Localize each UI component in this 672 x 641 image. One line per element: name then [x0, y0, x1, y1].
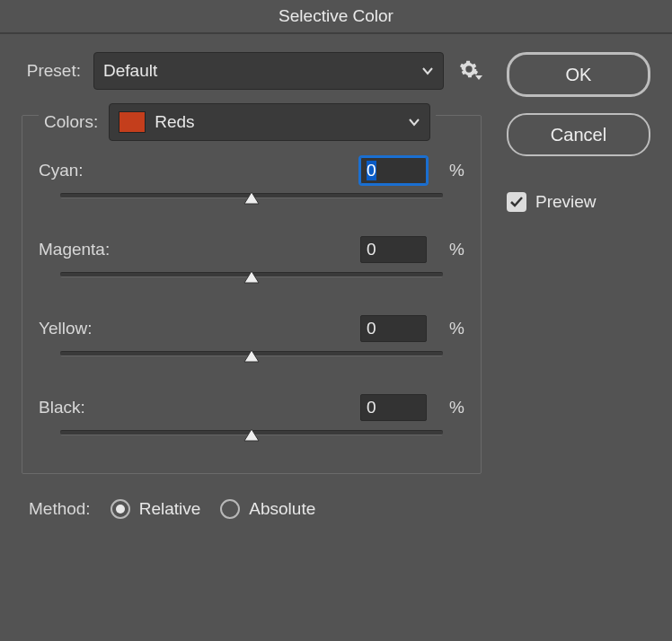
- colors-label: Colors:: [44, 112, 98, 132]
- dialog-body: Preset: Default Colors:: [0, 34, 672, 537]
- slider-thumb-icon[interactable]: [243, 270, 260, 286]
- method-relative-radio[interactable]: Relative: [111, 499, 201, 519]
- preview-label: Preview: [535, 192, 597, 212]
- method-absolute-radio[interactable]: Absolute: [220, 499, 315, 519]
- yellow-input[interactable]: [360, 315, 427, 342]
- preset-value: Default: [103, 61, 157, 81]
- cancel-button[interactable]: Cancel: [507, 113, 650, 156]
- magenta-input[interactable]: [360, 236, 427, 263]
- magenta-slider-block: Magenta: %: [39, 236, 464, 292]
- preset-row: Preset: Default: [22, 52, 482, 90]
- yellow-unit: %: [439, 319, 464, 338]
- colors-select[interactable]: Reds: [109, 103, 430, 141]
- cyan-unit: %: [439, 161, 464, 180]
- magenta-label: Magenta:: [39, 240, 360, 259]
- magenta-unit: %: [439, 240, 464, 259]
- black-input[interactable]: [360, 394, 427, 421]
- color-swatch: [119, 111, 146, 133]
- colors-legend: Colors: Reds: [39, 103, 436, 141]
- preset-select[interactable]: Default: [93, 52, 444, 90]
- cyan-input[interactable]: [360, 157, 427, 184]
- chevron-down-icon: [421, 65, 434, 77]
- radio-icon: [220, 499, 240, 519]
- colors-value: Reds: [155, 112, 194, 132]
- preset-options-button[interactable]: [456, 58, 482, 83]
- menu-indicator-icon: [475, 66, 483, 85]
- method-absolute-label: Absolute: [249, 499, 315, 519]
- left-column: Preset: Default Colors:: [22, 52, 482, 519]
- black-slider[interactable]: [39, 430, 464, 450]
- slider-thumb-icon[interactable]: [243, 191, 260, 207]
- magenta-slider[interactable]: [39, 272, 464, 292]
- chevron-down-icon: [408, 116, 420, 128]
- black-slider-block: Black: %: [39, 394, 464, 450]
- method-label: Method:: [29, 499, 91, 519]
- preview-checkbox-row[interactable]: Preview: [507, 192, 650, 212]
- method-relative-label: Relative: [139, 499, 201, 519]
- radio-icon: [111, 499, 130, 519]
- method-row: Method: Relative Absolute: [22, 499, 482, 519]
- black-label: Black:: [39, 398, 360, 417]
- ok-button[interactable]: OK: [507, 52, 650, 97]
- checkbox-icon: [507, 192, 526, 212]
- dialog-title: Selective Color: [0, 0, 672, 34]
- yellow-slider[interactable]: [39, 351, 464, 371]
- black-unit: %: [439, 398, 464, 417]
- cyan-slider[interactable]: [39, 193, 464, 213]
- yellow-slider-block: Yellow: %: [39, 315, 464, 371]
- slider-thumb-icon[interactable]: [243, 428, 260, 444]
- yellow-label: Yellow:: [39, 319, 360, 338]
- cyan-label: Cyan:: [39, 161, 360, 180]
- slider-thumb-icon[interactable]: [243, 349, 260, 365]
- cyan-slider-block: Cyan: %: [39, 157, 464, 213]
- preset-label: Preset:: [22, 61, 81, 81]
- colors-fieldset: Colors: Reds Cyan: %: [22, 115, 482, 474]
- right-column: OK Cancel Preview: [507, 52, 650, 519]
